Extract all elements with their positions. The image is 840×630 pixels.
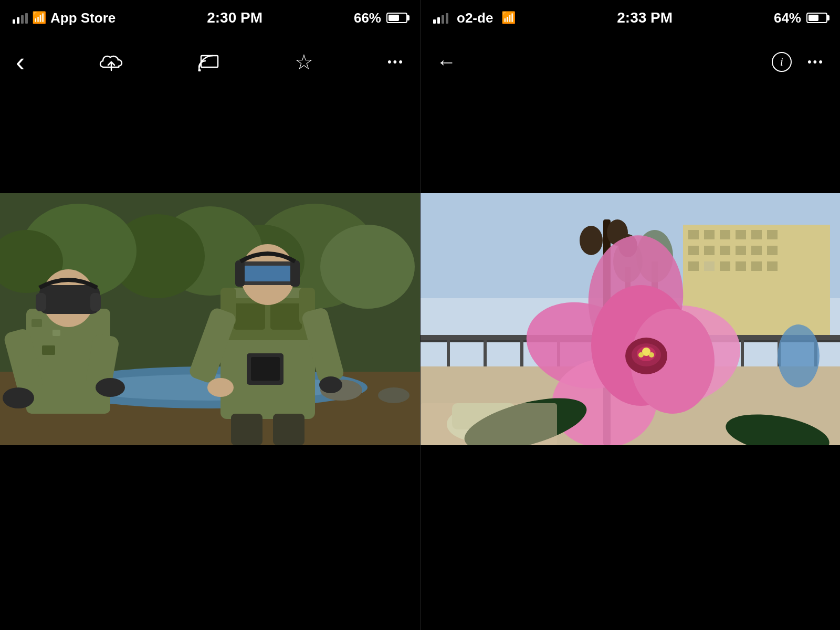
svg-point-44 [207,378,234,397]
svg-point-5 [320,225,415,309]
svg-point-87 [778,324,820,387]
left-wifi-icon: 📶 [32,11,46,25]
svg-rect-47 [273,414,304,445]
cast-icon [198,52,221,71]
svg-rect-51 [688,230,699,239]
svg-rect-76 [484,336,487,368]
right-battery-percent: 64% [774,10,801,26]
left-carrier-label: App Store [50,10,116,26]
right-battery-fill [808,15,818,21]
svg-rect-20 [42,345,55,355]
svg-point-45 [319,376,342,393]
svg-rect-77 [520,336,523,368]
svg-point-105 [649,352,654,358]
svg-rect-23 [36,293,46,311]
svg-rect-56 [720,246,730,255]
right-status-right: 64% [774,10,827,26]
right-time: 2:33 PM [617,9,673,26]
svg-point-27 [3,387,34,408]
svg-rect-60 [736,246,746,255]
svg-rect-59 [767,230,778,239]
svg-rect-41 [290,260,300,287]
left-status-left: 📶 App Store [13,10,116,26]
left-top-black [0,88,420,193]
svg-rect-75 [447,336,450,368]
right-carrier-label: o2-de [457,10,493,26]
svg-rect-54 [688,246,699,255]
back-arrow-button[interactable]: ← [436,51,456,74]
more-dots-icon: ••• [387,55,404,69]
left-battery-icon [386,13,407,23]
left-toolbar: ‹ ••• [0,36,420,88]
left-battery-fill [388,15,399,21]
svg-rect-66 [736,261,746,271]
svg-point-16 [378,387,410,403]
left-battery-percent: 66% [354,10,381,26]
svg-rect-61 [751,246,762,255]
svg-rect-40 [235,260,245,287]
star-button[interactable] [295,50,313,74]
right-signal-icon [433,12,448,24]
svg-rect-39 [243,266,296,281]
cloud-upload-button[interactable] [99,51,124,72]
right-bottom-black [421,445,840,630]
cast-button[interactable] [198,52,221,71]
svg-rect-58 [751,230,762,239]
right-toolbar: ← i ••• [421,36,840,88]
left-bottom-black [0,445,420,630]
info-circle-icon: i [772,52,792,72]
cloud-upload-icon [99,51,124,72]
svg-rect-67 [751,261,762,271]
more-button-right[interactable]: ••• [807,55,824,69]
svg-point-91 [580,226,603,255]
left-phone: 📶 App Store 2:30 PM 66% ‹ [0,0,420,630]
svg-point-104 [638,352,644,358]
svg-rect-83 [741,336,744,368]
arrow-back-icon: ← [436,51,456,74]
svg-rect-46 [231,414,262,445]
left-status-bar: 📶 App Store 2:30 PM 66% [0,0,420,36]
svg-rect-64 [704,261,715,271]
orchid-image [421,193,840,445]
svg-rect-32 [270,303,302,330]
back-chevron-icon: ‹ [16,48,25,76]
right-status-bar: o2-de 📶 2:33 PM 64% [421,0,840,36]
more-dots-right-icon: ••• [807,55,824,69]
svg-rect-55 [704,246,715,255]
more-button-left[interactable]: ••• [387,55,404,69]
svg-rect-18 [32,319,42,327]
svg-rect-63 [688,261,699,271]
svg-rect-62 [767,246,778,255]
svg-rect-108 [421,403,557,445]
svg-point-28 [96,378,125,397]
svg-rect-19 [52,330,60,336]
right-phone: o2-de 📶 2:33 PM 64% ← i ••• [420,0,840,630]
svg-rect-68 [767,261,778,271]
svg-rect-52 [704,230,715,239]
left-status-right: 66% [354,10,407,26]
right-wifi-icon: 📶 [501,11,516,25]
right-battery-icon [806,13,827,23]
svg-rect-53 [720,230,730,239]
left-time: 2:30 PM [207,9,262,26]
svg-rect-24 [90,293,101,311]
svg-rect-57 [736,230,746,239]
back-button[interactable]: ‹ [16,48,25,76]
info-button[interactable]: i [772,52,792,72]
right-top-black [421,88,840,193]
svg-rect-34 [251,357,280,381]
military-image [0,193,420,445]
right-status-left: o2-de 📶 [433,10,516,26]
svg-rect-65 [720,261,730,271]
left-signal-icon [13,12,28,24]
svg-rect-31 [234,303,265,330]
